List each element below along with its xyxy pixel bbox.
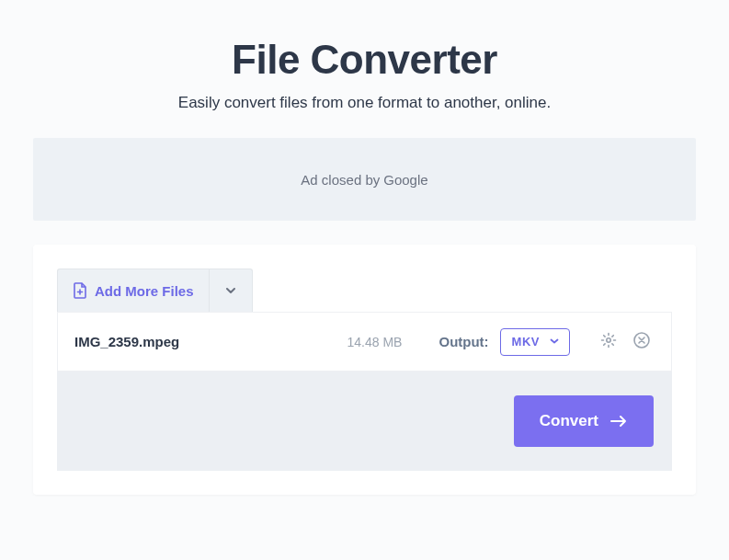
file-row: IMG_2359.mpeg 14.48 MB Output: MKV [57, 312, 672, 371]
svg-point-0 [607, 338, 610, 342]
close-circle-icon [632, 331, 651, 352]
file-name: IMG_2359.mpeg [74, 334, 347, 349]
remove-file-button[interactable] [629, 327, 655, 356]
convert-label: Convert [540, 412, 598, 430]
ad-banner: Ad closed by Google [33, 138, 696, 221]
arrow-right-icon [609, 414, 628, 429]
action-footer: Convert [57, 371, 672, 471]
add-more-files-button[interactable]: Add More Files [57, 269, 209, 312]
file-size: 14.48 MB [347, 335, 403, 349]
page-subtitle: Easily convert files from one format to … [33, 94, 696, 112]
page-title: File Converter [33, 37, 696, 83]
add-more-dropdown-button[interactable] [209, 269, 253, 312]
ad-brand: Google [383, 172, 427, 188]
gear-icon [599, 331, 618, 352]
settings-button[interactable] [596, 327, 621, 356]
chevron-down-icon [224, 284, 237, 297]
chevron-down-icon [549, 334, 560, 350]
output-format-value: MKV [512, 335, 540, 349]
add-more-files-label: Add More Files [95, 283, 194, 299]
add-file-icon [73, 282, 87, 299]
convert-button[interactable]: Convert [514, 395, 654, 447]
ad-text: Ad closed by [301, 172, 380, 188]
output-format-select[interactable]: MKV [500, 328, 570, 356]
output-label: Output: [439, 334, 488, 349]
converter-card: Add More Files IMG_2359.mpeg 14.48 MB Ou… [33, 245, 696, 495]
